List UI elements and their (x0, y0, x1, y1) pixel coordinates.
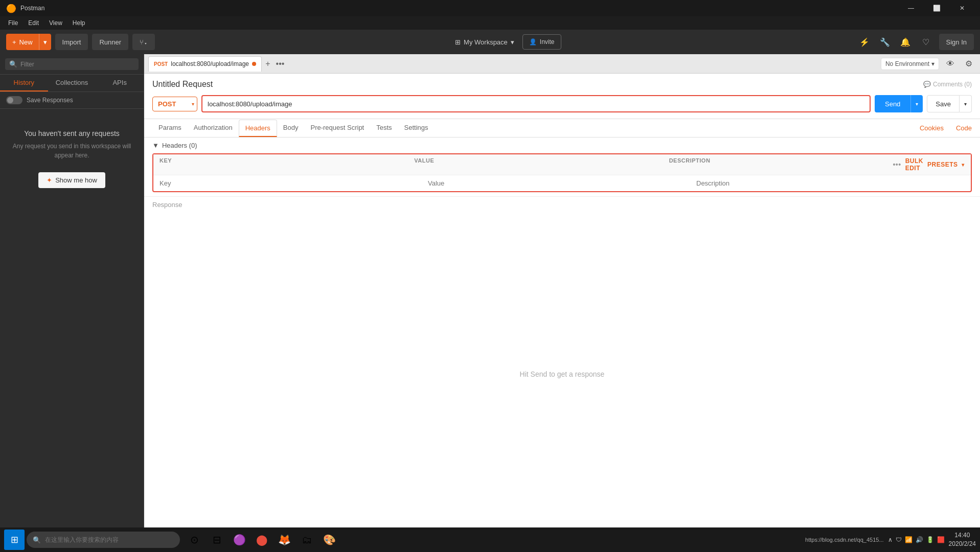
taskbar-time-display[interactable]: 14:40 2020/2/24 (949, 531, 976, 548)
presets-link[interactable]: Presets (927, 161, 958, 168)
response-label: Response (152, 201, 183, 209)
taskbar-app-task-view[interactable]: ⊟ (207, 530, 227, 550)
person-icon: 👤 (529, 38, 537, 45)
chevron-down-icon: ▼ (152, 142, 159, 149)
tab-tests[interactable]: Tests (370, 120, 398, 136)
code-link[interactable]: Code (956, 124, 972, 132)
taskbar-search-icon: 🔍 (33, 536, 41, 544)
minimize-button[interactable]: — (899, 0, 923, 16)
app-logo: 🟠 (6, 4, 16, 13)
taskbar-app-cortana[interactable]: ⊙ (184, 530, 204, 550)
sidebar-tab-apis[interactable]: APIs (96, 75, 144, 91)
heart-icon-button[interactable]: ♡ (919, 35, 933, 49)
windows-icon: ⊞ (11, 534, 18, 545)
send-dropdown-button[interactable]: ▾ (910, 95, 923, 112)
tab-authorization[interactable]: Authorization (188, 120, 239, 136)
comment-icon: 💬 (923, 81, 931, 88)
runner-button[interactable]: Runner (92, 34, 128, 50)
taskbar-app-misc[interactable]: 🎨 (319, 530, 339, 550)
sidebar-tab-collections[interactable]: Collections (48, 75, 96, 91)
show-me-how-button[interactable]: ✦ Show me how (38, 172, 105, 188)
tab-settings[interactable]: Settings (398, 120, 435, 136)
sparkle-icon: ✦ (47, 176, 52, 184)
url-input[interactable] (208, 100, 864, 108)
sidebar-tab-history[interactable]: History (0, 75, 48, 91)
wrench-icon-button[interactable]: 🔧 (878, 35, 892, 49)
taskbar-right: https://blog.csdn.net/qq_4515... ∧ 🛡 📶 🔊… (805, 531, 976, 548)
start-button[interactable]: ⊞ (4, 530, 25, 550)
tab-pre-request-script[interactable]: Pre-request Script (304, 120, 370, 136)
maximize-button[interactable]: ⬜ (925, 0, 948, 16)
actions-column-header: ••• Bulk Edit Presets ▾ (924, 157, 965, 172)
menu-file[interactable]: File (4, 18, 22, 28)
fork-icon: ⑂▾ (140, 38, 148, 46)
taskbar-app-postman[interactable]: 🟣 (229, 530, 249, 550)
value-input[interactable] (428, 179, 696, 187)
value-column-header: VALUE (414, 157, 669, 172)
fork-button[interactable]: ⑂▾ (132, 34, 155, 50)
request-input-row: POST GET PUT DELETE PATCH ▾ Send ▾ S (152, 95, 972, 112)
taskbar-app-firefox[interactable]: 🦊 (274, 530, 294, 550)
sign-in-button[interactable]: Sign In (939, 34, 974, 50)
add-tab-button[interactable]: + (262, 58, 274, 70)
import-button[interactable]: Import (55, 34, 88, 50)
save-button[interactable]: Save (927, 95, 960, 112)
close-button[interactable]: ✕ (950, 0, 974, 16)
taskbar-app-2[interactable]: ⬤ (252, 530, 272, 550)
headers-title-row[interactable]: ▼ Headers (0) (152, 137, 972, 153)
save-responses-toggle[interactable] (6, 96, 22, 104)
new-dropdown-button[interactable]: ▾ (39, 34, 51, 50)
save-dropdown-button[interactable]: ▾ (960, 95, 972, 112)
tab-method-label: POST (154, 61, 168, 67)
tab-headers[interactable]: Headers (239, 120, 277, 137)
workspace-button[interactable]: ⊞ My Workspace ▾ (451, 36, 518, 48)
presets-arrow-icon: ▾ (962, 162, 965, 168)
taskbar-app-explorer[interactable]: 🗂 (297, 530, 317, 550)
request-area: Untitled Request 💬 Comments (0) POST GET… (144, 74, 980, 119)
save-responses-row: Save Responses (0, 92, 144, 109)
menu-help[interactable]: Help (69, 18, 89, 28)
url-input-wrapper (201, 95, 871, 112)
empty-title: You haven't sent any requests (24, 129, 120, 137)
new-button[interactable]: + New (6, 34, 39, 50)
battery-icon: 🔋 (926, 536, 934, 543)
notification-icon: 🟥 (937, 536, 945, 543)
tab-params[interactable]: Params (152, 120, 188, 136)
sub-tabs: Params Authorization Headers Body Pre-re… (144, 119, 980, 137)
bell-icon-button[interactable]: 🔔 (898, 35, 913, 49)
headers-table-header: KEY VALUE DESCRIPTION ••• Bulk Edit Pres… (153, 154, 971, 175)
tab-body[interactable]: Body (277, 120, 305, 136)
filter-input[interactable] (20, 61, 134, 68)
method-select[interactable]: POST GET PUT DELETE PATCH (152, 97, 197, 111)
eye-icon-button[interactable]: 👁 (943, 57, 958, 71)
chevron-up-icon[interactable]: ∧ (888, 536, 893, 543)
environment-selector[interactable]: No Environment ▾ (881, 58, 939, 70)
taskbar-search-input[interactable] (45, 536, 174, 543)
chevron-down-icon: ▾ (511, 38, 514, 46)
save-button-group: Save ▾ (927, 95, 972, 112)
headers-section: ▼ Headers (0) KEY VALUE DESCRIPTION ••• … (144, 137, 980, 196)
key-column-header: KEY (159, 157, 414, 172)
comments-link[interactable]: 💬 Comments (0) (923, 81, 972, 88)
menu-edit[interactable]: Edit (24, 18, 43, 28)
volume-icon[interactable]: 🔊 (916, 536, 923, 543)
cookies-link[interactable]: Cookies (920, 124, 944, 132)
request-tab[interactable]: POST localhost:8080/upload/image (148, 56, 262, 72)
toolbar-right: ⚡ 🔧 🔔 ♡ Sign In (857, 34, 974, 50)
response-empty-message: Hit Send to get a response (520, 370, 605, 378)
taskbar: ⊞ 🔍 ⊙ ⊟ 🟣 ⬤ 🦊 🗂 🎨 https://blog.csdn.net/… (0, 527, 980, 552)
sidebar-search-area: 🔍 (0, 54, 144, 75)
plus-icon: + (12, 38, 16, 46)
invite-button[interactable]: 👤 Invite (522, 34, 561, 50)
key-input[interactable] (159, 179, 428, 187)
bulk-edit-link[interactable]: Bulk Edit (905, 157, 923, 172)
description-input[interactable] (696, 179, 965, 187)
chevron-down-icon: ▾ (931, 60, 935, 67)
menu-view[interactable]: View (45, 18, 66, 28)
settings-icon-button[interactable]: ⚙ (962, 57, 976, 71)
tab-more-button[interactable]: ••• (274, 58, 286, 70)
taskbar-url-status: https://blog.csdn.net/qq_4515... (805, 537, 884, 543)
lightning-icon-button[interactable]: ⚡ (857, 35, 872, 49)
more-options-icon[interactable]: ••• (893, 160, 901, 169)
send-button[interactable]: Send (875, 95, 910, 112)
